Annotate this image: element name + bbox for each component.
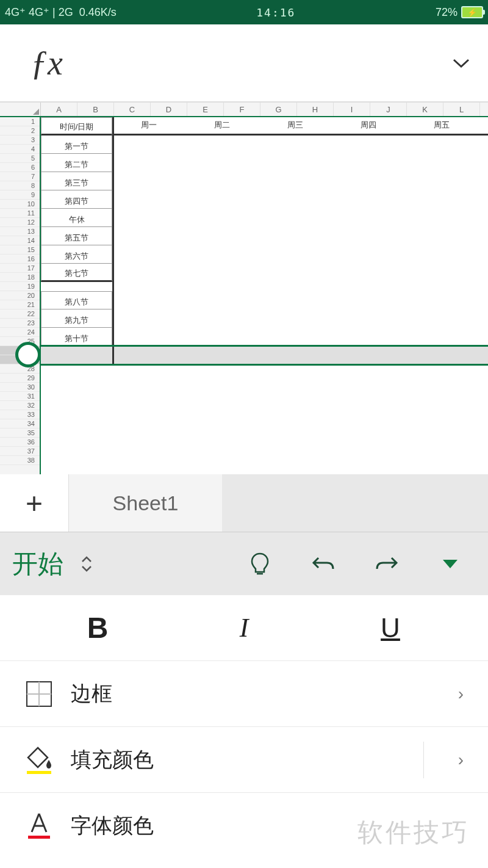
row-header-24[interactable]: 24 xyxy=(0,328,40,337)
ribbon-switcher-icon[interactable] xyxy=(81,554,93,574)
row-header-37[interactable]: 37 xyxy=(0,447,40,456)
period-cell[interactable]: 第一节 xyxy=(41,136,112,154)
row-header-6[interactable]: 6 xyxy=(0,163,40,172)
thick-border xyxy=(112,117,114,364)
schedule-days-row: 周一周二周三周四周五 xyxy=(112,117,488,136)
row-header-36[interactable]: 36 xyxy=(0,438,40,447)
row-header-15[interactable]: 15 xyxy=(0,245,40,255)
col-header-K[interactable]: K xyxy=(407,103,443,116)
row-header-12[interactable]: 12 xyxy=(0,218,40,227)
redo-icon[interactable] xyxy=(372,549,401,579)
period-cell[interactable]: 第五节 xyxy=(41,227,112,245)
period-cell[interactable]: 第二节 xyxy=(41,154,112,172)
sheet-tab-1[interactable]: Sheet1 xyxy=(68,474,222,532)
day-header[interactable]: 周五 xyxy=(405,117,478,134)
col-header-H[interactable]: H xyxy=(297,103,334,116)
watermark: 软件技巧 xyxy=(357,816,470,850)
col-header-F[interactable]: F xyxy=(224,103,260,116)
row-header-18[interactable]: 18 xyxy=(0,273,40,282)
period-cell[interactable]: 第八节 xyxy=(41,291,112,309)
border-option[interactable]: 边框 › xyxy=(0,661,488,727)
speed-indicator: 0.46K/s xyxy=(79,6,117,19)
battery-icon: ⚡ xyxy=(461,6,483,18)
period-cell[interactable]: 第九节 xyxy=(41,309,112,328)
select-all-corner[interactable] xyxy=(0,103,41,116)
ribbon-tab-label[interactable]: 开始 xyxy=(12,547,63,581)
period-cell[interactable]: 第六节 xyxy=(41,245,112,264)
fill-label: 填充颜色 xyxy=(71,746,406,774)
period-cell[interactable]: 第四节 xyxy=(41,190,112,209)
chevron-down-icon[interactable] xyxy=(453,54,470,73)
undo-icon[interactable] xyxy=(309,549,338,579)
row-header-38[interactable]: 38 xyxy=(0,456,40,465)
row-header-1[interactable]: 1 xyxy=(0,117,40,126)
bulb-icon[interactable] xyxy=(245,549,274,579)
col-header-B[interactable]: B xyxy=(77,103,114,116)
period-cell[interactable]: 第七节 xyxy=(41,264,112,282)
day-header[interactable]: 周一 xyxy=(112,117,185,134)
selection-handle[interactable] xyxy=(15,342,41,367)
row-header-19[interactable]: 19 xyxy=(0,282,40,291)
sheet-tabs-bar: + Sheet1 xyxy=(0,474,488,532)
period-cell[interactable]: 第十节 xyxy=(41,328,112,346)
row-header-9[interactable]: 9 xyxy=(0,190,40,200)
row-header-35[interactable]: 35 xyxy=(0,429,40,438)
status-bar: 4G⁺ 4G⁺ | 2G 0.46K/s 14:16 72% ⚡ xyxy=(0,0,488,24)
border-label: 边框 xyxy=(71,680,441,708)
row-header-11[interactable]: 11 xyxy=(0,209,40,218)
text-style-row: B I U xyxy=(0,595,488,661)
col-header-I[interactable]: I xyxy=(334,103,370,116)
bold-button[interactable]: B xyxy=(24,611,171,645)
row-header-5[interactable]: 5 xyxy=(0,154,40,163)
row-header-14[interactable]: 14 xyxy=(0,236,40,245)
row-header-31[interactable]: 31 xyxy=(0,392,40,401)
col-header-J[interactable]: J xyxy=(370,103,407,116)
row-header-16[interactable]: 16 xyxy=(0,255,40,264)
col-header-E[interactable]: E xyxy=(187,103,224,116)
ribbon-bar: 开始 xyxy=(0,532,488,595)
schedule-column: 时间/日期第一节第二节第三节第四节午休第五节第六节第七节第八节第九节第十节 xyxy=(41,117,112,346)
spreadsheet-grid[interactable]: ABCDEFGHIJKL 123456789101112131415161718… xyxy=(0,103,488,474)
day-header[interactable]: 周四 xyxy=(332,117,405,134)
period-cell[interactable]: 第三节 xyxy=(41,172,112,190)
cells-area[interactable]: 时间/日期第一节第二节第三节第四节午休第五节第六节第七节第八节第九节第十节 周一… xyxy=(41,117,488,474)
row-header-29[interactable]: 29 xyxy=(0,374,40,383)
period-cell[interactable]: 午休 xyxy=(41,209,112,227)
day-header[interactable]: 周二 xyxy=(185,117,259,134)
border-icon xyxy=(24,679,54,709)
col-header-A[interactable]: A xyxy=(41,103,77,116)
chevron-right-icon: › xyxy=(458,684,464,704)
fill-icon xyxy=(24,745,54,775)
row-header-32[interactable]: 32 xyxy=(0,401,40,410)
collapse-icon[interactable] xyxy=(436,549,465,579)
italic-button[interactable]: I xyxy=(171,612,317,643)
row-header-17[interactable]: 17 xyxy=(0,264,40,273)
row-header-2[interactable]: 2 xyxy=(0,126,40,136)
row-header-33[interactable]: 33 xyxy=(0,410,40,419)
col-header-G[interactable]: G xyxy=(260,103,297,116)
selection-border xyxy=(41,345,488,366)
row-header-21[interactable]: 21 xyxy=(0,300,40,309)
row-header-34[interactable]: 34 xyxy=(0,419,40,429)
row-header-13[interactable]: 13 xyxy=(0,227,40,236)
col-header-L[interactable]: L xyxy=(443,103,480,116)
day-header[interactable]: 周三 xyxy=(259,117,332,134)
row-header-23[interactable]: 23 xyxy=(0,319,40,328)
schedule-header-cell[interactable]: 时间/日期 xyxy=(41,117,112,136)
formula-bar[interactable]: ƒx xyxy=(0,24,488,103)
add-sheet-button[interactable]: + xyxy=(0,474,68,532)
row-headers: 1234567891011121314151617181920212223242… xyxy=(0,117,41,474)
battery-percent: 72% xyxy=(436,6,458,19)
row-header-30[interactable]: 30 xyxy=(0,383,40,392)
row-header-10[interactable]: 10 xyxy=(0,200,40,209)
underline-button[interactable]: U xyxy=(317,613,464,643)
row-header-20[interactable]: 20 xyxy=(0,291,40,300)
row-header-7[interactable]: 7 xyxy=(0,172,40,181)
row-header-8[interactable]: 8 xyxy=(0,181,40,190)
fill-color-option[interactable]: 填充颜色 › xyxy=(0,727,488,793)
col-header-D[interactable]: D xyxy=(151,103,187,116)
col-header-C[interactable]: C xyxy=(114,103,151,116)
row-header-4[interactable]: 4 xyxy=(0,145,40,154)
row-header-22[interactable]: 22 xyxy=(0,309,40,319)
row-header-3[interactable]: 3 xyxy=(0,136,40,145)
